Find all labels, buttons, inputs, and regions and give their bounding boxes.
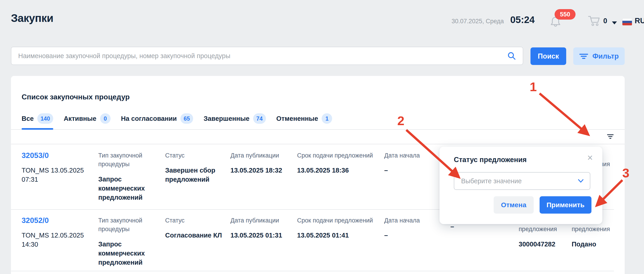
column-filter-icon[interactable] bbox=[607, 134, 614, 140]
filter-button-label: Фильтр bbox=[592, 52, 619, 60]
col-label-type: Тип закупочной процедуры bbox=[98, 151, 160, 169]
tab-count-badge: 65 bbox=[180, 113, 193, 124]
cell-status: Завершен сбор предложений bbox=[165, 166, 226, 184]
col-label-start-date: Дата начала bbox=[384, 216, 446, 225]
close-icon[interactable]: × bbox=[587, 153, 593, 163]
col-label-deadline: Срок подачи предложений bbox=[297, 216, 379, 225]
col-label-type: Тип закупочной процедуры bbox=[98, 216, 160, 234]
filter-lines-icon bbox=[579, 53, 588, 60]
tab-count-badge: 0 bbox=[100, 113, 110, 124]
tab-count-badge: 1 bbox=[322, 113, 332, 124]
search-box bbox=[11, 47, 523, 65]
procedure-subtitle: TON_MS 12.05.2025 14:30 bbox=[22, 231, 93, 249]
procedure-link[interactable]: 32053/0 bbox=[22, 151, 49, 160]
cell-start-date: – bbox=[384, 166, 446, 175]
cell-proposal-number: 3000047282 bbox=[519, 240, 567, 249]
search-input[interactable] bbox=[11, 52, 507, 60]
col-label-pub-date: Дата публикации bbox=[230, 216, 292, 225]
tab-active[interactable]: Активные 0 bbox=[64, 108, 110, 129]
status-tabs: Все 140 Активные 0 На согласовании 65 За… bbox=[11, 108, 625, 130]
cell-deadline: 13.05.2025 18:36 bbox=[297, 166, 379, 175]
cell-status: Согласование КЛ bbox=[165, 231, 226, 240]
cancel-button[interactable]: Отмена bbox=[494, 196, 534, 214]
page-title: Закупки bbox=[11, 12, 54, 24]
cell-proposal-status: Подано bbox=[572, 240, 610, 249]
tab-count-badge: 74 bbox=[253, 113, 266, 124]
procedure-subtitle: TON_MS 13.05.2025 07:31 bbox=[22, 166, 93, 184]
procedure-link[interactable]: 32052/0 bbox=[22, 216, 49, 225]
current-date: 30.07.2025, Среда bbox=[452, 18, 504, 25]
select-placeholder: Выберите значение bbox=[461, 177, 522, 185]
proposal-status-filter-popup: Статус предложения × Выберите значение О… bbox=[440, 147, 602, 224]
tab-all[interactable]: Все 140 bbox=[22, 108, 53, 129]
list-title: Список закупочных процедур bbox=[22, 93, 130, 101]
filter-button[interactable]: Фильтр bbox=[573, 47, 625, 65]
col-label-status: Статус bbox=[165, 151, 226, 160]
cell-start-date: – bbox=[384, 231, 446, 240]
cart-icon[interactable] bbox=[588, 15, 600, 28]
tab-on-approval[interactable]: На согласовании 65 bbox=[121, 108, 193, 129]
col-label-deadline: Срок подачи предложений bbox=[297, 151, 379, 160]
cell-pub-date: 13.05.2025 18:32 bbox=[230, 166, 292, 175]
search-button[interactable]: Поиск bbox=[530, 47, 566, 65]
caret-down-icon[interactable] bbox=[612, 22, 617, 24]
cell-pub-date: 13.05.2025 01:31 bbox=[230, 231, 292, 240]
current-time: 05:24 bbox=[510, 14, 534, 25]
col-label-status: Статус bbox=[165, 216, 226, 225]
table-toolbar bbox=[11, 130, 625, 144]
search-icon[interactable] bbox=[507, 51, 516, 61]
apply-button[interactable]: Применить bbox=[540, 196, 592, 214]
col-label-start-date: Дата начала bbox=[384, 151, 446, 160]
cell-type: Запрос коммерческих предложений bbox=[98, 175, 160, 202]
language-switcher[interactable]: RU bbox=[635, 17, 644, 25]
cell-type: Запрос коммерческих предложений bbox=[98, 240, 160, 267]
cart-count: 0 bbox=[603, 17, 607, 25]
popup-title: Статус предложения bbox=[454, 156, 526, 164]
proposal-status-select[interactable]: Выберите значение bbox=[454, 172, 590, 190]
topbar: Закупки 30.07.2025, Среда 05:24 550 0 RU bbox=[0, 0, 644, 32]
flag-ru-icon bbox=[622, 18, 632, 26]
col-label-pub-date: Дата публикации bbox=[230, 151, 292, 160]
tab-count-badge: 140 bbox=[37, 113, 53, 124]
tab-cancelled[interactable]: Отмененные 1 bbox=[276, 108, 332, 129]
tab-completed[interactable]: Завершенные 74 bbox=[204, 108, 266, 129]
notifications-badge[interactable]: 550 bbox=[554, 9, 576, 20]
chevron-down-icon bbox=[578, 179, 584, 183]
cell-deadline: 13.05.2025 01:41 bbox=[297, 231, 379, 240]
